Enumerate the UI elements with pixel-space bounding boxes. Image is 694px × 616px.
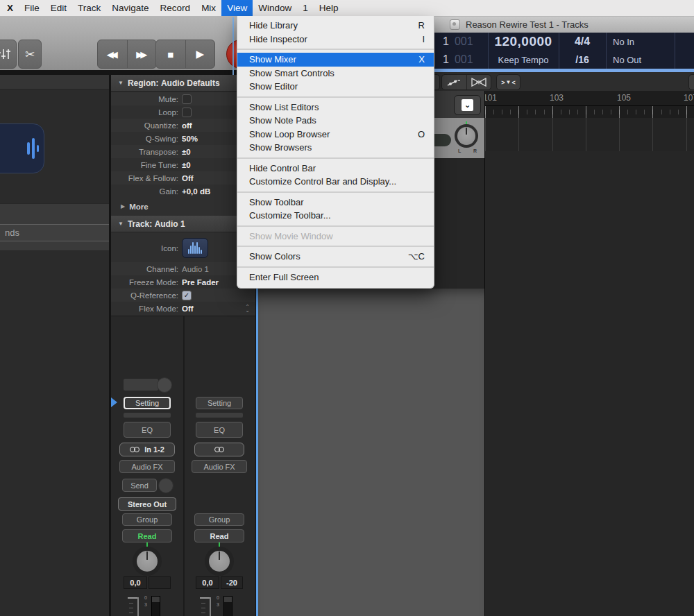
menu-item-hide-control-bar[interactable]: Hide Control Bar xyxy=(237,162,434,176)
transport-group-play: ■ ▶ xyxy=(155,40,215,69)
fader-track-left[interactable] xyxy=(137,597,139,616)
region-inspector-header[interactable]: ▼ Region: Audio Defaults xyxy=(111,75,255,92)
menu-item-show-browsers[interactable]: Show Browsers xyxy=(237,141,434,155)
lcd-display[interactable]: 1 001 1 001 120,0000 Keep Tempo 4/4 /16 … xyxy=(434,33,694,69)
menubar-item-file[interactable]: File xyxy=(19,0,45,16)
patch-name-field[interactable]: nds xyxy=(0,224,109,241)
gain-display[interactable] xyxy=(124,379,158,391)
lcd-position-bar[interactable]: 1 001 xyxy=(443,33,473,51)
lcd-input-cell[interactable]: No In xyxy=(613,33,634,51)
menu-item-enter-full-screen[interactable]: Enter Full Screen xyxy=(237,271,434,284)
gain-knob[interactable] xyxy=(157,377,172,393)
audiofx-button-right[interactable]: Audio FX xyxy=(192,460,247,473)
input-button-left[interactable]: In 1-2 xyxy=(119,443,175,456)
inspector-row-transpose[interactable]: Transpose: ±0 xyxy=(111,145,255,158)
inspector-row-finetune[interactable]: Fine Tune: ±0 xyxy=(111,158,255,171)
menubar-item-1[interactable]: 1 xyxy=(297,0,314,16)
lcd-tempo-mode-cell[interactable]: Keep Tempo xyxy=(488,51,559,69)
track-icon[interactable] xyxy=(182,238,208,258)
volume-value-left[interactable]: 0,0 xyxy=(124,576,147,589)
eq-button-left[interactable]: EQ xyxy=(124,422,171,438)
catch-playhead-button[interactable]: >▼< xyxy=(496,74,520,90)
eq-button-right[interactable]: EQ xyxy=(196,422,243,438)
menu-item-show-mixer[interactable]: Show Mixer X xyxy=(237,53,434,67)
menu-item-hide-library[interactable]: Hide Library R xyxy=(237,19,434,33)
catch-icon: >▼< xyxy=(501,79,515,86)
send-button-left[interactable]: Send xyxy=(122,479,157,492)
track-sort-dropdown[interactable]: ⌄ xyxy=(454,95,481,115)
flex-button[interactable] xyxy=(466,75,491,89)
menu-item-show-smart-controls[interactable]: Show Smart Controls xyxy=(237,67,434,80)
send-knob-left[interactable] xyxy=(158,478,174,493)
lcd-position-bar2[interactable]: 1 001 xyxy=(443,51,473,69)
output-button-left[interactable]: Stereo Out xyxy=(118,497,176,511)
inspector-row-freeze[interactable]: Freeze Mode: Pre Fader xyxy=(111,275,255,289)
forward-button[interactable]: ▶▶ xyxy=(127,40,157,68)
pan-left-label: L xyxy=(458,148,461,153)
lcd-division-cell[interactable]: /16 xyxy=(559,51,606,69)
menu-item-show-toolbar[interactable]: Show Toolbar xyxy=(237,196,434,209)
inspector-row-qswing[interactable]: Q-Swing: 50% xyxy=(111,132,255,145)
inspector-row-gain[interactable]: Gain: +0,0 dB xyxy=(111,185,255,198)
inspector-row-flexfollow[interactable]: Flex & Follow: Off xyxy=(111,171,255,185)
mute-checkbox[interactable] xyxy=(182,94,192,104)
menu-item-show-list-editors[interactable]: Show List Editors xyxy=(237,101,434,114)
input-button-right[interactable] xyxy=(194,443,244,456)
rewind-button[interactable]: ◀◀ xyxy=(98,40,127,68)
meter-value-left[interactable] xyxy=(149,576,171,589)
audiofx-button-left[interactable]: Audio FX xyxy=(119,460,175,473)
meter-value-right[interactable]: -20 xyxy=(221,576,243,589)
menu-item-customize-toolbar[interactable]: Customize Toolbar... xyxy=(237,209,434,223)
menu-item-show-loop-browser[interactable]: Show Loop Browser O xyxy=(237,128,434,142)
automation-button-right[interactable]: Read xyxy=(194,529,244,542)
menubar-item-track[interactable]: Track xyxy=(72,0,106,16)
qreference-checkbox[interactable]: ✓ xyxy=(182,291,192,300)
lcd-tempo-cell[interactable]: 120,0000 xyxy=(488,33,559,51)
inspector-row-channel[interactable]: Channel: Audio 1 xyxy=(111,262,255,275)
track-lane[interactable] xyxy=(484,118,694,152)
group-button-left[interactable]: Group xyxy=(122,513,172,526)
inspector-row-loop[interactable]: Loop: xyxy=(111,105,255,119)
inspector-row-quantize[interactable]: Quantize: off xyxy=(111,119,255,132)
menu-separator xyxy=(237,96,434,98)
menubar-item-help[interactable]: Help xyxy=(314,0,344,16)
region-more-disclosure[interactable]: ▶ More xyxy=(111,198,255,215)
lcd-output-cell[interactable]: No Out xyxy=(613,51,641,69)
volume-value-right[interactable]: 0,0 xyxy=(196,576,219,589)
menu-item-hide-inspector[interactable]: Hide Inspector I xyxy=(237,33,434,46)
toolbar-partial-button-right[interactable] xyxy=(688,74,694,90)
automation-button[interactable] xyxy=(442,75,466,89)
inspector-row-mute[interactable]: Mute: xyxy=(111,92,255,105)
inspector-row-icon[interactable]: Icon: xyxy=(111,235,255,261)
loop-checkbox[interactable] xyxy=(182,108,192,117)
group-button-right[interactable]: Group xyxy=(194,513,244,526)
setting-button-right[interactable]: Setting xyxy=(196,397,243,409)
inspector-row-flexmode[interactable]: Flex Mode: Off ⌃⌄ xyxy=(111,302,255,315)
inspector-row-qreference[interactable]: Q-Reference: ✓ xyxy=(111,289,255,302)
menu-item-customize-control-bar[interactable]: Customize Control Bar and Display... xyxy=(237,175,434,189)
stop-button[interactable]: ■ xyxy=(156,40,185,68)
automation-button-left[interactable]: Read xyxy=(122,529,172,542)
menubar-item-window[interactable]: Window xyxy=(253,0,297,16)
setting-button-left[interactable]: Setting xyxy=(124,397,171,409)
menubar-item-edit[interactable]: Edit xyxy=(45,0,72,16)
menu-item-show-colors[interactable]: Show Colors ⌥C xyxy=(237,250,434,264)
menubar-item-navigate[interactable]: Navigate xyxy=(106,0,154,16)
bar-ruler[interactable]: 101 103 105 107 xyxy=(484,91,694,118)
levels-button[interactable] xyxy=(0,40,17,69)
track-inspector-header[interactable]: ▼ Track: Audio 1 xyxy=(111,216,255,232)
patch-icon-tile[interactable] xyxy=(0,123,44,173)
menubar-item-mix[interactable]: Mix xyxy=(196,0,221,16)
tracks-window-titlebar[interactable]: Reason Rewire Test 1 - Tracks xyxy=(434,16,694,33)
lcd-signature-cell[interactable]: 4/4 xyxy=(559,33,606,51)
menubar-item-record[interactable]: Record xyxy=(155,0,196,16)
menu-item-show-note-pads[interactable]: Show Note Pads xyxy=(237,114,434,128)
fader-track-right[interactable] xyxy=(210,597,211,616)
flexmode-stepper[interactable]: ⌃⌄ xyxy=(245,305,250,312)
play-button[interactable]: ▶ xyxy=(185,40,215,68)
track-fader[interactable] xyxy=(434,134,451,146)
scissors-button[interactable]: ✂ xyxy=(18,40,42,69)
menubar-item-app[interactable]: X xyxy=(0,0,19,16)
menu-item-show-editor[interactable]: Show Editor xyxy=(237,80,434,94)
menubar-item-view[interactable]: View xyxy=(221,0,253,16)
